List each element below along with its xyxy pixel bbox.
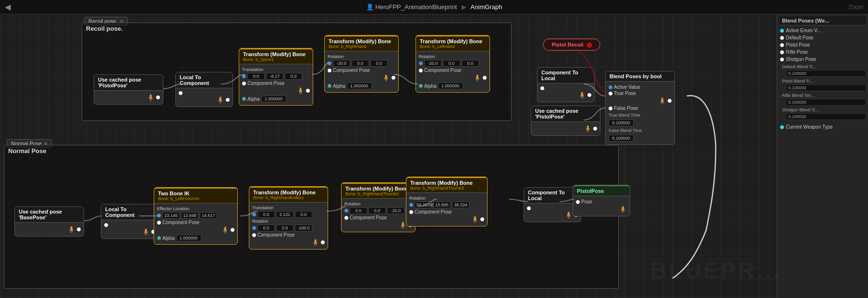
node-use-cached-base: Use cached pose 'BasePose' 🧍 xyxy=(14,206,84,237)
pin-active-enum xyxy=(780,29,784,33)
pistol-blend-val[interactable]: 0.100000 xyxy=(786,84,866,91)
pin-r-idx xyxy=(252,226,256,230)
pin-alpha-lh xyxy=(419,84,423,88)
default-blend-val[interactable]: 0.100000 xyxy=(786,70,866,77)
ry-idx[interactable]: 0.0 xyxy=(276,225,293,231)
pin-cp-t3 xyxy=(409,210,413,214)
person-idx: 🧍 xyxy=(311,238,319,246)
node-blend-poses-bool: Blend Poses by bool Active Value True Po… xyxy=(605,71,675,145)
out-tbi xyxy=(231,228,234,232)
node-pistolpose: PistolPose Pose 🧍 xyxy=(573,185,630,216)
pin-true-pose xyxy=(609,92,612,95)
rx-t3[interactable]: 59.203999 xyxy=(415,202,432,208)
fbt-val[interactable]: 0.100000 xyxy=(609,135,634,142)
out-lh xyxy=(483,76,487,80)
rz-idx[interactable]: -100.0 xyxy=(295,225,312,231)
in-ctl-n xyxy=(527,206,531,210)
pin-eff xyxy=(157,214,161,217)
person-ctl: 🧍 xyxy=(578,91,586,99)
rifle-blend-val[interactable]: 0.100000 xyxy=(786,99,866,106)
ry-t2[interactable]: 0.0 xyxy=(368,207,386,214)
in-ltc-n xyxy=(104,223,108,227)
node-header-ltc-recoil: Local To Component xyxy=(176,72,232,88)
person-lh: 🧍 xyxy=(473,74,481,82)
ex[interactable]: 23.145 xyxy=(162,212,180,219)
ty-idx[interactable]: 2.131 xyxy=(276,211,293,218)
person-spine1: 🧍 xyxy=(296,87,305,95)
alpha-tbi[interactable]: 1.000000 xyxy=(176,235,201,241)
pin-rx-rh xyxy=(328,61,331,65)
pin-rifle-pose xyxy=(780,50,784,54)
active-enum-row: Active Enum V... xyxy=(779,27,866,34)
out-ctl xyxy=(587,93,591,97)
shotgun-blend-val[interactable]: 0.100000 xyxy=(786,113,866,120)
current-weapon-type-row: Current Weapon Type xyxy=(779,124,866,130)
out-t3 xyxy=(480,217,484,221)
rx-rh[interactable]: -20.0 xyxy=(333,60,350,67)
pin-alpha-s1 xyxy=(242,97,246,101)
node-transform-index: Transform (Modify) Bone Bone: b_RightHan… xyxy=(249,186,328,250)
node-use-cached-pistol2: Use cached pose 'PistolPose' 🧍 xyxy=(531,106,600,136)
pin-default-pose xyxy=(780,36,784,40)
ry-rh[interactable]: 0.0 xyxy=(352,60,369,67)
person-ctl-n: 🧍 xyxy=(564,211,573,219)
pin-tx xyxy=(242,74,246,78)
rx-lh[interactable]: -20.0 xyxy=(424,60,441,67)
node-pistol-recoil[interactable]: Pistol Recoil xyxy=(543,38,600,51)
pin-active xyxy=(609,85,612,89)
blueprint-icon: 👤 xyxy=(366,3,374,11)
alpha-val-s1[interactable]: 1.000000 xyxy=(261,95,286,102)
pin-cp-t2 xyxy=(344,216,348,220)
in-pin-ctl xyxy=(540,86,544,90)
ty-input[interactable]: -8.27 xyxy=(266,73,283,80)
person-rh: 🧍 xyxy=(382,74,390,82)
out-base xyxy=(77,227,81,231)
rz-t2[interactable]: -20.0 xyxy=(387,207,404,214)
normal-section-title: Normal Pose xyxy=(4,145,618,156)
rifle-pose-row: Rifle Pose xyxy=(779,49,866,55)
tbt-val[interactable]: 0.100000 xyxy=(609,119,634,126)
back-arrow-icon[interactable]: ◀ xyxy=(5,2,11,12)
top-bar: ◀ 👤 HeroFPP_AnimationBlueprint ▶ AnimGra… xyxy=(0,0,868,14)
out-cp2 xyxy=(593,127,597,131)
ey[interactable]: 12.648 xyxy=(181,212,198,219)
alpha-lh[interactable]: 1.000000 xyxy=(438,83,463,89)
node-local-to-comp-recoil: Local To Component 🧍 xyxy=(175,72,233,107)
tz-input[interactable]: 0.0 xyxy=(285,73,302,80)
pin-cp-rh xyxy=(328,69,331,72)
node-transform-spine1: Transform (Modify) Bone Bone: b_Spine1 T… xyxy=(239,48,313,106)
rz-lh[interactable]: 0.0 xyxy=(462,60,479,67)
ry-lh[interactable]: 0.0 xyxy=(443,60,460,67)
ry-t3[interactable]: 15.895 xyxy=(433,202,451,208)
tx-idx[interactable]: 0.0 xyxy=(257,211,275,218)
node-two-bone-ik: Two Bone IK Bone: b_LeftForeArm Effector… xyxy=(154,187,238,245)
person-icon-1: 🧍 xyxy=(147,94,155,101)
person-ltc-n: 🧍 xyxy=(142,228,150,236)
person-tbi: 🧍 xyxy=(221,226,229,234)
node-use-cached-pistol: Use cached pose 'PistolPose' 🧍 xyxy=(94,74,163,105)
pin-alpha-tbi xyxy=(157,236,161,240)
pin-rx-lh xyxy=(419,61,423,65)
rz-t3[interactable]: 38.334 xyxy=(452,202,469,208)
rx-t2[interactable]: 0.0 xyxy=(350,207,367,214)
alpha-rh[interactable]: 1.000000 xyxy=(347,83,372,89)
tx-input[interactable]: 0.0 xyxy=(247,73,265,80)
shotgun-pose-row: Shotgun Pose xyxy=(779,56,866,62)
node-header-lefthand: Transform (Modify) Bone Bone: b_LeftHand xyxy=(416,36,489,51)
tz-idx[interactable]: 0.0 xyxy=(295,211,312,218)
person-cp2: 🧍 xyxy=(584,125,592,132)
output-spine1 xyxy=(306,89,310,93)
out-rh xyxy=(391,76,395,80)
rz-rh[interactable]: 0.0 xyxy=(370,60,388,67)
person-pp: 🧍 xyxy=(619,205,627,213)
blend-poses-right-panel: Blend Poses (We... Active Enum V... Defa… xyxy=(777,14,868,298)
pin-cp-idx xyxy=(252,233,256,237)
rx-idx[interactable]: 0.0 xyxy=(257,225,275,231)
pin-false-pose xyxy=(609,107,612,110)
blend-poses-header: Blend Poses (We... xyxy=(779,16,866,25)
pin-comp-pose-s1 xyxy=(242,82,246,85)
pin-red xyxy=(587,43,592,48)
pin-r-t3 xyxy=(409,203,413,207)
node-header-spine1: Transform (Modify) Bone Bone: b_Spine1 xyxy=(239,48,313,64)
ez[interactable]: 14.617 xyxy=(200,212,217,219)
